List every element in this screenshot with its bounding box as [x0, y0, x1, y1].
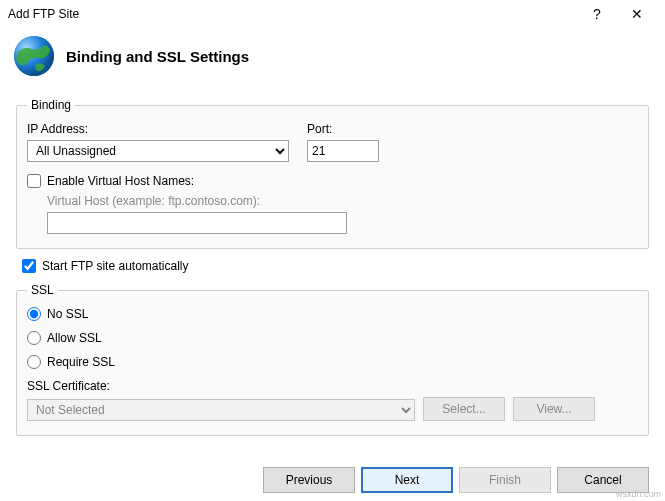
- ip-address-label: IP Address:: [27, 122, 289, 136]
- vhost-sub-label: Virtual Host (example: ftp.contoso.com):: [47, 194, 638, 208]
- help-button[interactable]: ?: [577, 6, 617, 22]
- ssl-cert-select: Not Selected: [27, 399, 415, 421]
- allow-ssl-radio[interactable]: [27, 331, 41, 345]
- allow-ssl-label: Allow SSL: [47, 331, 102, 345]
- next-button[interactable]: Next: [361, 467, 453, 493]
- cert-select-button: Select...: [423, 397, 505, 421]
- finish-button: Finish: [459, 467, 551, 493]
- close-button[interactable]: ✕: [617, 6, 657, 22]
- globe-icon: [12, 34, 56, 78]
- titlebar: Add FTP Site ? ✕: [0, 0, 665, 28]
- auto-start-label: Start FTP site automatically: [42, 259, 189, 273]
- port-label: Port:: [307, 122, 379, 136]
- watermark: wsxdn.com: [616, 489, 661, 499]
- ip-address-select[interactable]: All Unassigned: [27, 140, 289, 162]
- wizard-header: Binding and SSL Settings: [0, 28, 665, 92]
- vhost-input: [47, 212, 347, 234]
- port-input[interactable]: [307, 140, 379, 162]
- require-ssl-radio[interactable]: [27, 355, 41, 369]
- ssl-group: SSL No SSL Allow SSL Require SSL SSL Cer…: [16, 283, 649, 436]
- ssl-cert-label: SSL Certificate:: [27, 379, 638, 393]
- no-ssl-label: No SSL: [47, 307, 88, 321]
- window-title: Add FTP Site: [8, 7, 577, 21]
- binding-legend: Binding: [27, 98, 75, 112]
- auto-start-checkbox[interactable]: [22, 259, 36, 273]
- previous-button[interactable]: Previous: [263, 467, 355, 493]
- content-area: Binding IP Address: All Unassigned Port:…: [0, 92, 665, 436]
- enable-vhost-label: Enable Virtual Host Names:: [47, 174, 194, 188]
- enable-vhost-checkbox[interactable]: [27, 174, 41, 188]
- require-ssl-label: Require SSL: [47, 355, 115, 369]
- wizard-footer: Previous Next Finish Cancel: [263, 467, 649, 493]
- cert-view-button: View...: [513, 397, 595, 421]
- binding-group: Binding IP Address: All Unassigned Port:…: [16, 98, 649, 249]
- no-ssl-radio[interactable]: [27, 307, 41, 321]
- page-title: Binding and SSL Settings: [66, 48, 249, 65]
- ssl-legend: SSL: [27, 283, 58, 297]
